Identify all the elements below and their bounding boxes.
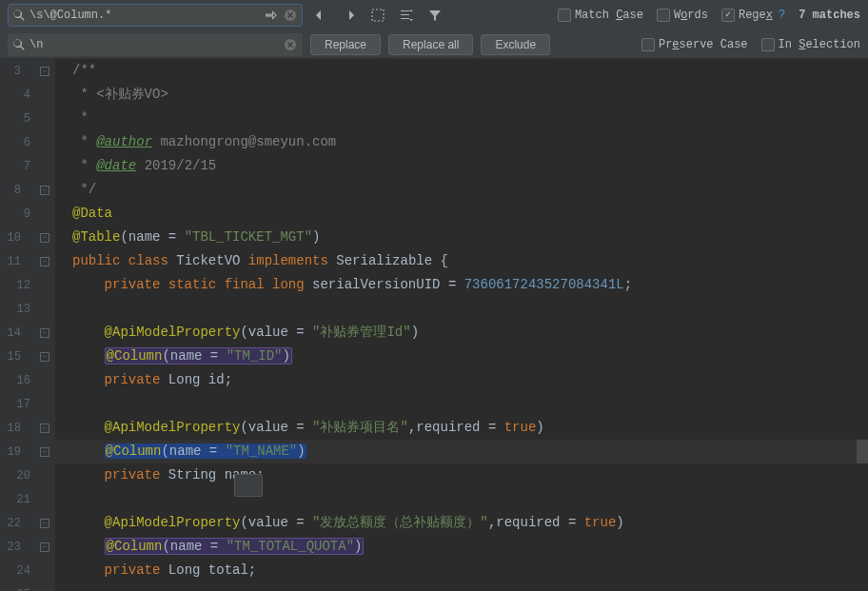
svg-rect-1 bbox=[372, 10, 384, 21]
find-input[interactable] bbox=[30, 9, 264, 22]
code-line[interactable] bbox=[55, 297, 868, 321]
code-line[interactable]: @Column(name = "TM_ID") bbox=[55, 345, 868, 368]
fold-icon[interactable] bbox=[40, 542, 49, 552]
line-number: 17 bbox=[0, 398, 49, 411]
replace-button[interactable]: Replace bbox=[310, 34, 381, 55]
code-area[interactable]: /** * <补贴券VO> * * @author mazhongrong@sm… bbox=[55, 59, 868, 591]
line-number: 9 bbox=[0, 207, 49, 221]
line-number: 16 bbox=[0, 374, 49, 387]
find-row: Match Case Words Regex? 7 matches bbox=[0, 0, 868, 30]
line-number: 25 bbox=[0, 588, 49, 592]
line-number: 21 bbox=[0, 493, 49, 506]
clear-icon[interactable] bbox=[283, 37, 298, 52]
find-replace-toolbar: Match Case Words Regex? 7 matches Replac… bbox=[0, 0, 868, 59]
code-line[interactable]: @Column(name = "TM_TOTAL_QUOTA") bbox=[55, 535, 868, 559]
code-line[interactable]: private Long total; bbox=[55, 559, 868, 582]
replace-all-button[interactable]: Replace all bbox=[388, 34, 473, 55]
line-number: 11 bbox=[0, 255, 40, 268]
line-number: 12 bbox=[0, 279, 49, 292]
replace-options: Preserve Case In Selection bbox=[641, 38, 860, 51]
code-line[interactable]: /** bbox=[55, 59, 868, 83]
preserve-case-checkbox[interactable]: Preserve Case bbox=[641, 38, 748, 51]
code-line[interactable]: * bbox=[55, 107, 868, 130]
code-line[interactable]: public class TicketVO implements Seriali… bbox=[55, 249, 868, 273]
line-number: 4 bbox=[0, 89, 49, 102]
fold-icon[interactable] bbox=[40, 186, 49, 195]
line-number: 24 bbox=[0, 564, 49, 578]
code-line[interactable]: @Data bbox=[55, 202, 868, 226]
multi-select-button[interactable] bbox=[396, 5, 417, 26]
fold-icon[interactable] bbox=[40, 233, 49, 243]
replace-input[interactable] bbox=[30, 38, 283, 51]
match-case-checkbox[interactable]: Match Case bbox=[558, 9, 643, 22]
fold-icon[interactable] bbox=[40, 519, 49, 528]
line-number: 20 bbox=[0, 469, 49, 483]
replace-row: Replace Replace all Exclude Preserve Cas… bbox=[0, 30, 868, 59]
line-number: 15 bbox=[0, 350, 40, 364]
help-icon[interactable]: ? bbox=[779, 9, 785, 22]
search-icon bbox=[12, 9, 26, 22]
code-line[interactable]: * @date 2019/2/15 bbox=[55, 154, 868, 178]
find-options: Match Case Words Regex? 7 matches bbox=[558, 9, 860, 22]
code-line[interactable]: * @author mazhongrong@smeyun.com bbox=[55, 130, 868, 154]
code-line[interactable]: * <补贴券VO> bbox=[55, 83, 868, 107]
next-match-button[interactable] bbox=[339, 5, 360, 26]
code-line[interactable]: private String name; bbox=[55, 463, 868, 487]
code-line[interactable]: @ApiModelProperty(value = "补贴券项目名",requi… bbox=[55, 416, 868, 440]
line-number: 18 bbox=[0, 422, 40, 435]
prev-match-button[interactable] bbox=[310, 5, 331, 26]
gutter: 3 4 5 6 7 8 9 10 11 12 13 14 15 16 17 18… bbox=[0, 59, 55, 591]
fold-icon[interactable] bbox=[40, 328, 49, 338]
filter-button[interactable] bbox=[424, 5, 445, 26]
words-checkbox[interactable]: Words bbox=[657, 9, 708, 22]
code-line[interactable]: private static final long serialVersionU… bbox=[55, 273, 868, 297]
clear-icon[interactable] bbox=[283, 8, 298, 23]
code-line[interactable]: @ApiModelProperty(value = "发放总额度（总补贴额度）"… bbox=[55, 511, 868, 535]
fold-icon[interactable] bbox=[40, 352, 49, 362]
code-line-current[interactable]: @Column(name = "TM_NAME") bbox=[55, 440, 868, 463]
code-line[interactable]: @Table(name = "TBL_TICKET_MGT") bbox=[55, 226, 868, 249]
line-number: 8 bbox=[0, 184, 40, 197]
code-line[interactable]: @ApiModelProperty(value = "补贴券管理Id") bbox=[55, 321, 868, 345]
exclude-button[interactable]: Exclude bbox=[481, 34, 550, 55]
line-number: 6 bbox=[0, 136, 49, 149]
fold-icon[interactable] bbox=[40, 67, 49, 76]
line-number: 5 bbox=[0, 112, 49, 126]
fold-icon[interactable] bbox=[40, 447, 49, 457]
line-number: 7 bbox=[0, 160, 49, 173]
line-number: 10 bbox=[0, 231, 40, 245]
line-number: 3 bbox=[0, 65, 40, 78]
fold-icon[interactable] bbox=[40, 257, 49, 266]
in-selection-checkbox[interactable]: In Selection bbox=[761, 38, 860, 51]
line-number: 23 bbox=[0, 541, 40, 554]
line-number: 19 bbox=[0, 445, 40, 459]
regex-checkbox[interactable]: Regex? bbox=[721, 9, 785, 22]
code-line[interactable]: private Long id; bbox=[55, 368, 868, 392]
code-line[interactable] bbox=[55, 582, 868, 591]
match-count: 7 matches bbox=[799, 9, 860, 22]
line-number: 14 bbox=[0, 326, 40, 340]
replace-box[interactable] bbox=[8, 33, 303, 56]
search-icon bbox=[12, 38, 26, 51]
code-line[interactable] bbox=[55, 392, 868, 416]
find-box[interactable] bbox=[8, 4, 303, 27]
select-all-button[interactable] bbox=[367, 5, 388, 26]
line-number: 22 bbox=[0, 517, 40, 530]
tooltip bbox=[234, 474, 263, 497]
code-editor: 3 4 5 6 7 8 9 10 11 12 13 14 15 16 17 18… bbox=[0, 59, 868, 591]
code-line[interactable] bbox=[55, 487, 868, 511]
newline-icon[interactable] bbox=[264, 9, 277, 22]
code-line[interactable]: */ bbox=[55, 178, 868, 202]
line-number: 13 bbox=[0, 303, 49, 316]
fold-icon[interactable] bbox=[40, 424, 49, 433]
